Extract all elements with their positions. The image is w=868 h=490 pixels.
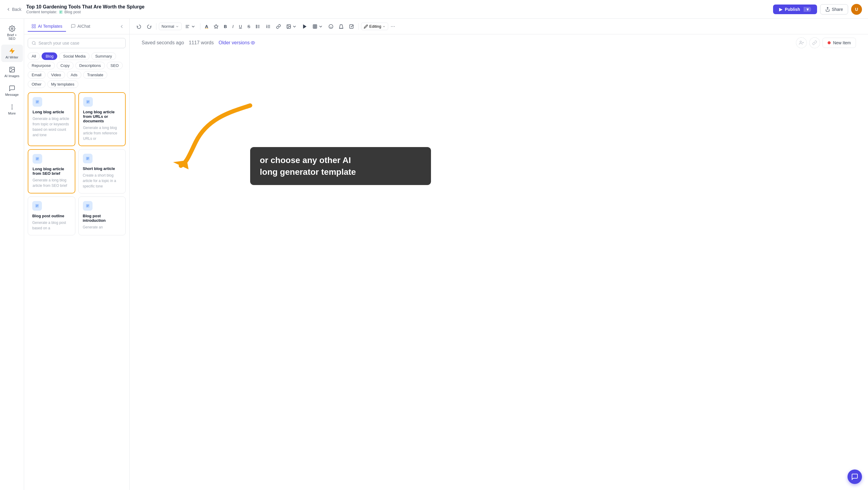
redo-button[interactable] — [145, 23, 154, 30]
text-color-button[interactable]: A — [203, 22, 210, 30]
sidebar-item-ai-writer[interactable]: AI Writer — [1, 44, 23, 62]
collapse-panel-button[interactable] — [118, 23, 126, 30]
publish-chevron-icon[interactable]: ▾ — [804, 7, 811, 12]
doc-icon-5 — [85, 204, 90, 208]
filter-video[interactable]: Video — [47, 71, 65, 79]
format-label: Normal — [161, 24, 174, 29]
share-link-icon — [812, 40, 817, 45]
align-chevron-icon — [191, 24, 195, 29]
align-left-icon — [185, 24, 190, 29]
undo-button[interactable] — [134, 23, 144, 30]
tab-ai-chat[interactable]: AIChat — [67, 21, 94, 32]
bullet-list-icon — [255, 24, 260, 29]
filter-other[interactable]: Other — [28, 81, 45, 88]
ai-writer-label: AI Writer — [5, 56, 19, 59]
align-left-button[interactable] — [183, 23, 198, 30]
search-box[interactable] — [28, 38, 126, 48]
older-versions-link[interactable]: Older versions — [218, 40, 255, 45]
template-title-0: Long blog article — [33, 110, 70, 114]
template-card-blog-intro[interactable]: Blog post introduction Generate an — [79, 196, 126, 235]
filter-all[interactable]: All — [28, 53, 40, 60]
template-card-long-blog-seo[interactable]: Long blog article from SEO brief Generat… — [28, 149, 75, 193]
checkbox-button[interactable] — [347, 23, 356, 30]
chat-bubble-button[interactable] — [847, 469, 862, 484]
clear-format-button[interactable] — [337, 23, 346, 30]
message-label: Message — [5, 93, 19, 96]
filter-social-media[interactable]: Social Media — [59, 53, 89, 60]
tutorial-arrow-svg — [172, 87, 256, 172]
publish-label: Publish — [785, 7, 800, 12]
svg-point-6 — [12, 107, 12, 107]
template-card-icon-4 — [32, 201, 42, 211]
new-item-button[interactable]: New Item — [823, 38, 856, 48]
lightning-icon — [9, 48, 16, 54]
chat-icon — [71, 24, 76, 29]
user-add-button[interactable] — [796, 37, 807, 48]
publish-button[interactable]: ▶ Publish ▾ — [773, 4, 817, 14]
template-card-long-blog-urls[interactable]: Long blog article from URLs or documents… — [79, 92, 126, 146]
image-button[interactable] — [284, 23, 299, 30]
filter-copy[interactable]: Copy — [57, 62, 73, 69]
template-card-blog-outline[interactable]: Blog post outline Generate a blog post b… — [28, 196, 75, 235]
share-icon — [825, 7, 830, 12]
svg-point-1 — [11, 28, 13, 30]
chat-bubble-icon — [851, 473, 858, 480]
filter-descriptions[interactable]: Descriptions — [75, 62, 105, 69]
filter-translate[interactable]: Translate — [83, 71, 107, 79]
svg-point-25 — [256, 25, 257, 26]
italic-button[interactable]: I — [230, 23, 236, 30]
template-card-short-blog[interactable]: Short blog article Create a short blog a… — [79, 149, 126, 193]
share-label: Share — [832, 7, 843, 12]
ordered-list-button[interactable] — [264, 23, 273, 30]
svg-point-12 — [32, 41, 35, 44]
tab-ai-templates[interactable]: AI Templates — [28, 21, 66, 32]
svg-marker-48 — [173, 158, 190, 172]
sidebar-item-more[interactable]: More — [1, 101, 23, 118]
filter-seo[interactable]: SEO — [107, 62, 123, 69]
gear-icon — [9, 25, 16, 32]
sidebar-item-brief-seo[interactable]: Brief + SEO — [1, 22, 23, 43]
format-select[interactable]: Normal — [159, 23, 182, 30]
image-chevron-icon — [292, 24, 297, 29]
doc-icon-1 — [86, 99, 90, 104]
editing-mode[interactable]: Editing — [361, 23, 388, 30]
play-button[interactable] — [300, 23, 309, 30]
template-title-1: Long blog article from URLs or documents — [83, 110, 121, 123]
sidebar-item-message[interactable]: Message — [1, 82, 23, 99]
svg-point-39 — [329, 24, 333, 28]
svg-point-5 — [12, 105, 12, 105]
filter-blog[interactable]: Blog — [41, 53, 57, 60]
share-button[interactable]: Share — [820, 4, 848, 14]
search-input[interactable] — [38, 41, 122, 45]
back-button[interactable]: Back — [6, 7, 22, 12]
editor-content[interactable]: or choose any other AI long generator te… — [130, 51, 868, 490]
template-card-long-blog[interactable]: Long blog article Generate a blog articl… — [28, 92, 75, 146]
template-card-icon-2 — [33, 154, 42, 164]
main-layout: Brief + SEO AI Writer AI Images Message … — [0, 19, 868, 490]
highlight-button[interactable] — [212, 23, 221, 30]
collapse-icon — [119, 24, 124, 29]
svg-rect-9 — [34, 24, 36, 26]
tutorial-tooltip: or choose any other AI long generator te… — [250, 147, 431, 185]
toolbar-more-button[interactable]: ··· — [390, 23, 396, 30]
svg-point-27 — [256, 27, 257, 28]
publish-play-icon: ▶ — [779, 7, 782, 12]
share-link-button[interactable] — [809, 37, 820, 48]
link-button[interactable] — [274, 23, 283, 30]
strikethrough-button[interactable]: S — [245, 23, 252, 30]
underline-button[interactable]: U — [237, 23, 244, 30]
emoji-button[interactable] — [327, 23, 336, 30]
filter-repurpose[interactable]: Repurpose — [28, 62, 55, 69]
sidebar-item-ai-images[interactable]: AI Images — [1, 63, 23, 81]
filter-email[interactable]: Email — [28, 71, 45, 79]
avatar[interactable]: U — [851, 4, 862, 15]
filter-summary[interactable]: Summary — [91, 53, 116, 60]
filter-my-templates[interactable]: My templates — [47, 81, 79, 88]
svg-marker-2 — [9, 48, 14, 54]
filter-ads[interactable]: Ads — [67, 71, 82, 79]
table-button[interactable] — [310, 23, 325, 30]
bullet-list-button[interactable] — [253, 23, 262, 30]
new-item-indicator — [828, 41, 831, 44]
bold-button[interactable]: B — [222, 23, 229, 30]
subtitle-link[interactable]: Blog post — [64, 10, 81, 14]
